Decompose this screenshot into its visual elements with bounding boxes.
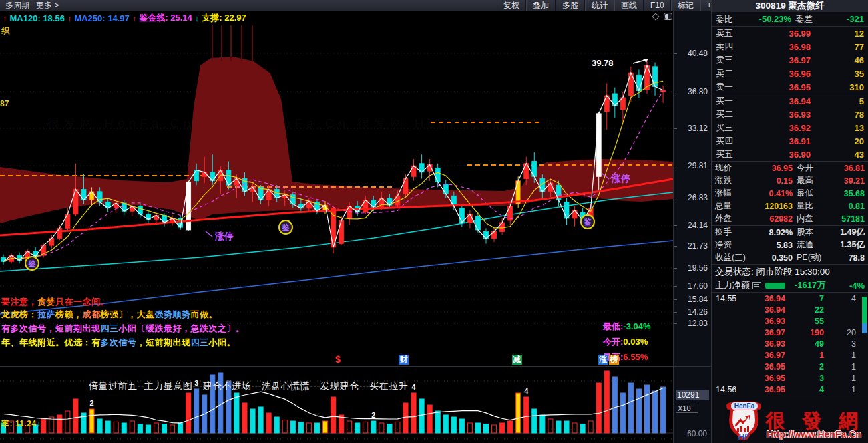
- svg-text:2: 2: [371, 411, 375, 419]
- toolbar-button-多股[interactable]: 多股: [556, 0, 585, 11]
- henfa-logo: HenFa HF 很 發 網 Http://www.HenFa.Cn: [725, 400, 868, 442]
- toolbar-button-画线[interactable]: 画线: [614, 0, 644, 11]
- price-tick-label: 29.81: [688, 161, 708, 170]
- trade-ticker[interactable]: 14:5536.947436.942236.935536.971902036.9…: [712, 293, 868, 395]
- price-tick-label: 12.83: [688, 319, 708, 328]
- tick-dash: [674, 268, 677, 269]
- price-tick-label: 19.56: [688, 263, 708, 273]
- henfa-brand: HenFa: [730, 402, 758, 410]
- chart-tag-$[interactable]: $: [335, 355, 341, 365]
- price-tick-label: 33.12: [688, 124, 708, 133]
- volume-chart[interactable]: 232442: [0, 366, 673, 443]
- diamond-icon[interactable]: [652, 13, 659, 20]
- tick-dash: [674, 299, 677, 300]
- detail-row: 换手8.92%股本1.49亿: [712, 226, 868, 239]
- price-tick-label: 14.26: [688, 307, 708, 317]
- indicator-value: 支撑: 22.97: [202, 12, 246, 24]
- tick-dash: [674, 128, 677, 129]
- toolbar-button-标记[interactable]: 标记: [671, 0, 700, 11]
- indicator-value-bar: ↑MA120: 18.56↑MA250: 14.97↑鉴金线: 25.14↓支撑…: [0, 11, 673, 25]
- annotation-line: 要注意，贪婪只在一念间。: [1, 296, 110, 308]
- ticker-row: 36.9521: [712, 361, 868, 372]
- tick-dash: [674, 312, 677, 313]
- volume-axis-scale: X10: [676, 404, 698, 413]
- toolbar-button-叠加[interactable]: 叠加: [526, 0, 556, 11]
- annotation-line: 年、年线附近。优选：有多次信号，短前期出现四三小阳。: [1, 337, 236, 349]
- tick-dash: [674, 53, 677, 54]
- ticker-row: 36.93493: [712, 338, 868, 349]
- toolbar-button-F10[interactable]: F10: [644, 0, 671, 11]
- ticker-row: 14:5636.9541: [712, 384, 868, 395]
- tick-dash: [674, 286, 677, 287]
- quote-row: 卖四36.9877: [712, 40, 868, 53]
- annotation-line: 有多次信号，短前期出现四三小阳〔缓跌最好，急跌次之〕。: [1, 323, 245, 335]
- divider: [0, 366, 711, 367]
- price-tick-label: 21.73: [688, 241, 708, 251]
- split-view-icon[interactable]: [664, 13, 672, 20]
- svg-text:4: 4: [411, 383, 416, 391]
- subpanel-axis-value: 60.00: [687, 429, 707, 438]
- price-tick-label: 36.80: [688, 87, 708, 96]
- chart-tag-涨[interactable]: 涨: [598, 355, 608, 365]
- quote-row: 卖三36.9746: [712, 53, 868, 67]
- toolbar-button-复权[interactable]: 复权: [497, 0, 526, 11]
- quote-title: 300819 聚杰微纤: [712, 0, 868, 12]
- menu-item[interactable]: 更多 >: [36, 0, 59, 11]
- detail-row: 外盘62982内盘57181: [712, 212, 868, 225]
- price-tick-label: 26.83: [688, 193, 708, 202]
- ticker-row: 36.9711: [712, 349, 868, 361]
- quote-row: 买一36.945: [712, 94, 868, 108]
- tick-dash: [674, 92, 677, 92]
- detail-row: 涨跌0.15最高39.21: [712, 174, 868, 187]
- hf-monogram: HF: [738, 432, 749, 442]
- chart-tag-榜[interactable]: 榜: [609, 355, 619, 365]
- tick-dash: [674, 323, 677, 324]
- price-tick-label: 15.84: [688, 295, 708, 304]
- volume-rate-label: 率: 11.24↓: [1, 418, 41, 430]
- volume-axis-value: 10291: [676, 390, 709, 400]
- indicator-value: 鉴金线: 25.14: [139, 12, 192, 24]
- price-axis: 10291 X10 60.00 40.4836.8033.1229.8126.8…: [673, 11, 711, 443]
- weibi-row: 委比 -50.23% 委差 -321: [712, 12, 868, 26]
- indicator-value: ↑: [3, 13, 7, 23]
- price-tick-label: 40.48: [688, 49, 708, 58]
- menu-item[interactable]: 多周期: [5, 0, 29, 11]
- period-menu[interactable]: 多周期更多 >: [0, 0, 59, 11]
- toolbar-button-统计[interactable]: 统计: [585, 0, 614, 11]
- bull-icon: HenFa HF: [725, 400, 763, 442]
- svg-text:2: 2: [89, 399, 93, 407]
- ticker-row: 36.9355: [712, 315, 868, 327]
- indicator-value: ↓: [195, 13, 200, 23]
- divider: [711, 0, 712, 443]
- sell-queue: 卖五36.9912卖四36.9877卖三36.9746卖二36.9635卖一36…: [712, 26, 868, 94]
- chart-tag-财[interactable]: 财: [399, 355, 409, 365]
- svg-text:涨停: 涨停: [214, 231, 234, 241]
- chart-tag-减[interactable]: 减: [512, 355, 522, 365]
- main-force-label: 主力净额: [715, 279, 750, 291]
- tick-dash: [674, 246, 677, 247]
- svg-text:39.78: 39.78: [592, 58, 614, 68]
- price-tick-label: 24.14: [688, 220, 708, 230]
- quote-details: 现价36.95今开36.81涨跌0.15最高39.21涨幅0.41%最低35.6…: [712, 161, 868, 264]
- volume-annotation: 倍量过前五--主力显意图---建仓不进场---洗盘心慌慌---发现建仓---买在…: [89, 380, 408, 392]
- quote-panel: 300819 聚杰微纤 委比 -50.23% 委差 -321 卖五36.9912…: [711, 0, 868, 443]
- detail-row: 涨幅0.41%最低35.68: [712, 187, 868, 200]
- indicator-bar-icons: [653, 12, 673, 23]
- main-force-value: -1617万: [795, 279, 825, 291]
- trading-status: 交易状态: 闭市阶段 15:30:00: [712, 264, 868, 279]
- tick-dash: [674, 166, 677, 166]
- logo-url[interactable]: Http://www.HenFa.Cn: [767, 429, 861, 440]
- buy-queue: 买一36.945买二36.9378买三36.9213买四36.9120买五36.…: [712, 94, 868, 161]
- tick-dash: [674, 225, 677, 226]
- main-force-bar: [765, 283, 785, 289]
- scrollbar[interactable]: [862, 297, 867, 337]
- indicator-value: ↑: [67, 13, 72, 23]
- svg-text:涨停: 涨停: [611, 173, 630, 184]
- quote-row: 卖一36.95310: [712, 80, 868, 94]
- quote-row: 卖五36.9912: [712, 27, 868, 40]
- ticker-row: 14:5536.9474: [712, 293, 868, 304]
- indicator-value: MA120: 18.56: [10, 13, 65, 23]
- annotation-line: 龙虎榜：拉萨榜赖，成都榜强〕，大盘强势顺势而做。: [1, 309, 218, 321]
- main-force-row[interactable]: 主力净额 -1617万 -4%: [712, 279, 868, 293]
- detail-row: 净资5.83流通1.35亿: [712, 239, 868, 251]
